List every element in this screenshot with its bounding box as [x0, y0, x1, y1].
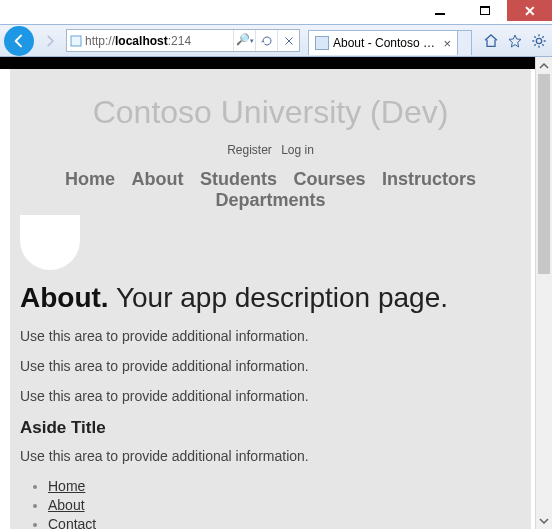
window-close-button[interactable]: ✕ [507, 0, 552, 21]
close-icon: ✕ [524, 4, 536, 18]
paragraph-3: Use this area to provide additional info… [20, 388, 521, 404]
nav-students[interactable]: Students [200, 169, 277, 190]
address-bar[interactable]: http://localhost:214 🔎▾ [66, 29, 300, 52]
link-contact[interactable]: Contact [48, 516, 96, 529]
url-rest: :214 [168, 34, 191, 48]
tab-favicon-icon [315, 36, 329, 50]
logo-circle [20, 215, 80, 270]
maximize-icon [480, 6, 490, 15]
gear-icon [531, 33, 547, 49]
link-home[interactable]: Home [48, 478, 85, 494]
back-button[interactable] [4, 26, 34, 56]
svg-point-1 [536, 38, 541, 43]
stop-button[interactable] [277, 30, 299, 51]
list-item: Contact [48, 516, 521, 529]
browser-toolbar: http://localhost:214 🔎▾ About - Contoso … [0, 24, 552, 57]
aside-link-list: Home About Contact [20, 478, 521, 529]
nav-departments[interactable]: Departments [215, 190, 325, 211]
tab-strip: About - Contoso Univ... × [308, 26, 472, 55]
content-area: About. Your app description page. Use th… [18, 282, 523, 529]
heading-rest: Your app description page. [109, 282, 448, 313]
aside-title: Aside Title [20, 418, 521, 438]
tab-title: About - Contoso Univ... [333, 36, 439, 50]
address-text: http://localhost:214 [85, 34, 233, 48]
page-favicon-icon [67, 35, 85, 47]
site-title: Contoso University (Dev) [18, 69, 523, 143]
nav-about[interactable]: About [132, 169, 184, 190]
window-titlebar: ✕ [0, 0, 552, 24]
register-link[interactable]: Register [227, 143, 272, 157]
refresh-button[interactable] [255, 30, 277, 51]
home-icon [483, 33, 499, 49]
chevron-up-icon [539, 61, 549, 71]
search-button[interactable]: 🔎▾ [233, 30, 255, 51]
aside-paragraph: Use this area to provide additional info… [20, 448, 521, 464]
nav-home[interactable]: Home [65, 169, 115, 190]
tab-close-button[interactable]: × [443, 36, 451, 51]
chevron-down-icon [539, 516, 549, 526]
svg-rect-0 [71, 36, 81, 46]
page-body: Contoso University (Dev) Register Log in… [10, 69, 531, 529]
vertical-scrollbar[interactable] [535, 57, 552, 529]
refresh-icon [261, 35, 273, 47]
tools-button[interactable] [530, 32, 548, 50]
home-button[interactable] [482, 32, 500, 50]
page-heading: About. Your app description page. [20, 282, 521, 314]
minimize-icon [435, 13, 445, 15]
new-tab-button[interactable] [458, 30, 472, 55]
nav-instructors[interactable]: Instructors [382, 169, 476, 190]
arrow-left-icon [11, 33, 27, 49]
heading-strong: About. [20, 282, 109, 313]
scroll-up-button[interactable] [536, 57, 552, 74]
paragraph-2: Use this area to provide additional info… [20, 358, 521, 374]
url-scheme: http:// [85, 34, 115, 48]
browser-tab[interactable]: About - Contoso Univ... × [308, 30, 458, 55]
scroll-thumb[interactable] [538, 74, 550, 274]
main-nav: Home About Students Courses Instructors … [18, 169, 523, 217]
list-item: Home [48, 478, 521, 494]
window-minimize-button[interactable] [417, 0, 462, 21]
star-icon [507, 33, 523, 49]
scroll-track[interactable] [536, 74, 552, 512]
paragraph-1: Use this area to provide additional info… [20, 328, 521, 344]
nav-courses[interactable]: Courses [293, 169, 365, 190]
forward-button[interactable] [38, 29, 62, 53]
list-item: About [48, 497, 521, 513]
stop-icon [283, 35, 295, 47]
link-about[interactable]: About [48, 497, 85, 513]
browser-viewport: Contoso University (Dev) Register Log in… [0, 57, 552, 529]
login-link[interactable]: Log in [281, 143, 314, 157]
page-container: Contoso University (Dev) Register Log in… [0, 57, 535, 529]
account-links: Register Log in [18, 143, 523, 169]
arrow-right-icon [43, 34, 57, 48]
header-strip [0, 57, 535, 69]
favorites-button[interactable] [506, 32, 524, 50]
url-host: localhost [115, 34, 168, 48]
browser-command-icons [482, 32, 548, 50]
window-maximize-button[interactable] [462, 0, 507, 21]
scroll-down-button[interactable] [536, 512, 552, 529]
